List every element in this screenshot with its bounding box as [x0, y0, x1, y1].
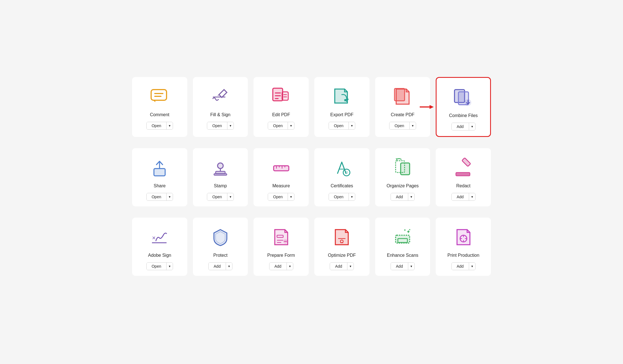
share-icon [148, 157, 171, 179]
combine-files-btn-group: Add ▾ [451, 123, 476, 130]
optimize-pdf-arrow-btn[interactable]: ▾ [347, 263, 354, 270]
comment-open-btn[interactable]: Open [147, 122, 167, 129]
certificates-open-btn[interactable]: Open [329, 193, 349, 200]
organize-pages-arrow-btn[interactable]: ▾ [408, 193, 414, 200]
share-label: Share [154, 183, 166, 188]
print-production-arrow-btn[interactable]: ▾ [469, 263, 475, 270]
tool-card-edit-pdf: Edit PDF Open ▾ [253, 77, 309, 137]
protect-arrow-btn[interactable]: ▾ [226, 263, 232, 270]
organize-pages-label: Organize Pages [387, 183, 419, 188]
redact-label: Redact [456, 183, 470, 188]
tool-card-certificates: Certificates Open ▾ [314, 148, 370, 206]
enhance-scans-icon: ✦ ✦ ✦ [391, 226, 414, 248]
optimize-pdf-icon [331, 226, 353, 248]
share-arrow-btn[interactable]: ▾ [167, 193, 173, 200]
tool-card-measure: Measure Open ▾ [253, 148, 309, 206]
svg-rect-4 [213, 97, 225, 97]
stamp-open-btn[interactable]: Open [207, 193, 227, 200]
print-production-btn-group: Add ▾ [451, 262, 476, 270]
fill-sign-open-btn[interactable]: Open [207, 122, 227, 129]
share-open-btn[interactable]: Open [147, 193, 167, 200]
print-production-icon [452, 226, 475, 248]
tool-card-fill-sign: Fill & Sign Open ▾ [193, 77, 248, 137]
enhance-scans-btn-group: Add ▾ [391, 262, 415, 270]
optimize-pdf-add-btn[interactable]: Add [330, 263, 347, 270]
enhance-scans-add-btn[interactable]: Add [391, 263, 408, 270]
comment-arrow-btn[interactable]: ▾ [167, 122, 173, 129]
tool-card-redact: Redact Add ▾ [436, 148, 491, 206]
edit-pdf-arrow-btn[interactable]: ▾ [288, 122, 294, 129]
svg-point-43 [345, 171, 348, 174]
comment-label: Comment [150, 112, 169, 117]
prepare-form-icon [270, 226, 292, 248]
export-pdf-open-btn[interactable]: Open [329, 122, 349, 129]
adobe-sign-btn-group: Open ▾ [146, 262, 173, 270]
share-btn-group: Open ▾ [146, 193, 173, 201]
organize-pages-add-btn[interactable]: Add [391, 193, 408, 200]
comment-btn-group: Open ▾ [146, 122, 173, 130]
create-pdf-open-btn[interactable]: Open [389, 122, 409, 129]
tool-card-print-production: Print Production Add ▾ [436, 218, 491, 276]
tool-row-1: Comment Open ▾ Fill & Sign Open ▾ [132, 77, 491, 137]
organize-pages-btn-group: Add ▾ [391, 193, 415, 201]
certificates-icon [331, 157, 353, 179]
protect-btn-group: Add ▾ [208, 262, 232, 270]
adobe-sign-arrow-btn[interactable]: ▾ [167, 263, 173, 270]
measure-arrow-btn[interactable]: ▾ [288, 193, 294, 200]
export-pdf-arrow-btn[interactable]: ▾ [349, 122, 355, 129]
create-pdf-icon [391, 85, 414, 108]
measure-icon [270, 157, 292, 179]
export-pdf-label: Export PDF [330, 112, 354, 117]
tool-card-enhance-scans: ✦ ✦ ✦ Enhance Scans Add ▾ [375, 218, 430, 276]
tool-card-prepare-form: Prepare Form Add ▾ [253, 218, 309, 276]
svg-rect-50 [456, 172, 470, 176]
fill-sign-label: Fill & Sign [210, 112, 230, 117]
redact-arrow-btn[interactable]: ▾ [469, 193, 475, 200]
svg-text:×: × [152, 234, 156, 241]
export-pdf-btn-group: Open ▾ [329, 122, 355, 130]
measure-open-btn[interactable]: Open [268, 193, 288, 200]
measure-label: Measure [273, 183, 290, 188]
tool-row-2: Share Open ▾ Stamp Open [132, 148, 491, 206]
prepare-form-label: Prepare Form [267, 253, 295, 258]
edit-pdf-btn-group: Open ▾ [268, 122, 294, 130]
create-pdf-arrow-btn[interactable]: ▾ [410, 122, 416, 129]
certificates-arrow-btn[interactable]: ▾ [349, 193, 355, 200]
prepare-form-add-btn[interactable]: Add [269, 263, 287, 270]
combine-files-icon [452, 86, 475, 109]
fill-sign-arrow-btn[interactable]: ▾ [227, 122, 234, 129]
stamp-icon [209, 157, 232, 179]
combine-files-arrow-btn[interactable]: ▾ [469, 123, 475, 130]
tool-card-adobe-sign: × Adobe Sign Open ▾ [132, 218, 187, 276]
arrow-indicator [420, 104, 434, 110]
combine-files-add-btn[interactable]: Add [452, 123, 469, 130]
tool-card-comment: Comment Open ▾ [132, 77, 187, 137]
stamp-arrow-btn[interactable]: ▾ [227, 193, 234, 200]
adobe-sign-icon: × [148, 226, 171, 248]
svg-rect-26 [154, 169, 165, 176]
create-pdf-btn-group: Open ▾ [389, 122, 416, 130]
svg-text:✦: ✦ [403, 228, 406, 232]
edit-pdf-open-btn[interactable]: Open [268, 122, 288, 129]
edit-pdf-icon [270, 85, 292, 108]
adobe-sign-open-btn[interactable]: Open [147, 263, 167, 270]
tool-card-combine-files: Combine Files Add ▾ [436, 77, 491, 137]
svg-rect-0 [151, 90, 167, 100]
organize-pages-icon [391, 157, 414, 179]
export-pdf-icon [331, 85, 353, 108]
print-production-add-btn[interactable]: Add [452, 263, 469, 270]
enhance-scans-arrow-btn[interactable]: ▾ [408, 263, 414, 270]
prepare-form-arrow-btn[interactable]: ▾ [287, 263, 293, 270]
svg-rect-45 [401, 163, 410, 175]
redact-add-btn[interactable]: Add [452, 193, 469, 200]
svg-rect-16 [394, 88, 405, 101]
protect-add-btn[interactable]: Add [209, 263, 226, 270]
protect-icon [209, 226, 232, 248]
prepare-form-btn-group: Add ▾ [269, 262, 293, 270]
stamp-btn-group: Open ▾ [207, 193, 234, 201]
fill-sign-icon [209, 85, 232, 108]
tool-card-organize-pages: Organize Pages Add ▾ [375, 148, 430, 206]
protect-label: Protect [213, 253, 228, 258]
optimize-pdf-btn-group: Add ▾ [330, 262, 354, 270]
svg-rect-36 [274, 166, 289, 171]
